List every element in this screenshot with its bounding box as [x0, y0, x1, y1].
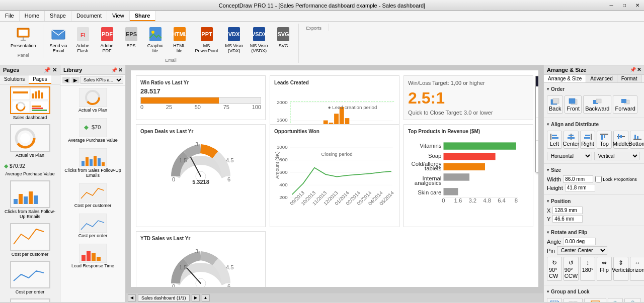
- menu-show-values[interactable]: Show Column Values: [536, 152, 538, 162]
- menu-refresh[interactable]: Refresh: [536, 107, 538, 117]
- backward-button[interactable]: Backward: [583, 95, 611, 114]
- x-input[interactable]: [552, 207, 583, 214]
- align-right-button[interactable]: Right: [580, 131, 595, 149]
- horizontal-dropdown[interactable]: Horizontal: [547, 152, 592, 160]
- tab-advanced[interactable]: Advanced: [586, 75, 617, 82]
- tab-file[interactable]: File: [0, 11, 20, 21]
- arrange-close-icon[interactable]: ✕: [637, 67, 641, 73]
- visio-vdx-button[interactable]: VDX MS Visio(VDX): [223, 24, 246, 56]
- open-deals-card[interactable]: Open Deals vs Last Yr: [136, 124, 266, 227]
- tab-shape[interactable]: Shape: [45, 11, 71, 21]
- ungroup-button[interactable]: UnGroup: [564, 298, 583, 302]
- minimize-button[interactable]: ─: [605, 0, 618, 11]
- height-input[interactable]: [565, 184, 595, 191]
- pages-tab[interactable]: Pages: [29, 75, 51, 84]
- library-next-button[interactable]: ▶: [71, 77, 79, 83]
- library-item-clicks[interactable]: Clicks from Sales Follow-Up Emails: [62, 148, 123, 178]
- flip-horizontal-button[interactable]: ↔ Horizonta: [630, 257, 644, 281]
- page-item-cost-customer[interactable]: Cost per customer: [2, 223, 58, 257]
- tab-arrange-size[interactable]: Arrange & Size: [544, 75, 586, 82]
- tab-document[interactable]: Document: [71, 11, 107, 21]
- back-button[interactable]: Back: [547, 95, 563, 114]
- rotate-90cw-button[interactable]: ↻ 90° CW: [547, 257, 562, 281]
- menu-hide-axis[interactable]: Hide Value Axis: [536, 162, 538, 172]
- angle-input[interactable]: [563, 238, 596, 245]
- top-products-card[interactable]: Top Products in Revenue ($M) Vitamins So…: [404, 124, 533, 227]
- align-middle-button[interactable]: Middle: [613, 131, 628, 149]
- svg-button[interactable]: SVG SVG: [272, 24, 294, 56]
- library-item-avg-purchase[interactable]: ◆ $70 Average Purchase Value: [62, 118, 123, 143]
- align-left-button[interactable]: Left: [547, 131, 562, 149]
- close-button[interactable]: ✕: [631, 0, 644, 11]
- forward-button[interactable]: Forward: [613, 95, 637, 114]
- pin-dropdown[interactable]: Center-Center: [557, 246, 607, 255]
- win-ratio-card[interactable]: Win Ratio vs Last Yr 28.517 0255075100: [136, 75, 266, 120]
- scroll-left-button[interactable]: ◀: [128, 294, 136, 301]
- sales-ratios-card[interactable]: Win/Loss Target: 1,00 or higher 2.5:1 Qu…: [404, 75, 533, 120]
- flip-button[interactable]: ⇔ Flip: [597, 257, 612, 281]
- group-section-header[interactable]: Group and Lock: [547, 287, 641, 296]
- unlock-button[interactable]: 🔓 UnLock: [624, 298, 641, 302]
- menu-horiz-labels[interactable]: Horizontal Category Labels: [536, 142, 538, 152]
- ytd-sales-card[interactable]: YTD Sales vs Last Yr: [136, 231, 266, 287]
- page-item-actual[interactable]: Actual vs Plan: [2, 124, 58, 158]
- rotate-180-button[interactable]: ↕ 180°: [580, 257, 595, 281]
- page-item-sales-dashboard[interactable]: Sales dashboard: [2, 86, 58, 120]
- opportunities-won-card[interactable]: Opportunities Won 1000 800 600 400 200: [270, 124, 399, 227]
- order-section-header[interactable]: Order: [547, 85, 641, 93]
- graphic-file-button[interactable]: Graphicfile: [144, 24, 167, 56]
- tab-share[interactable]: Share: [130, 11, 156, 21]
- tab-view[interactable]: View: [107, 11, 130, 21]
- y-input[interactable]: [552, 215, 583, 223]
- library-item-cost-order[interactable]: Cost per order: [62, 213, 123, 238]
- library-pin-icon[interactable]: 📌: [111, 67, 117, 73]
- visio-vsdx-button[interactable]: VSDX MS Visio(VSDX): [248, 24, 270, 56]
- library-close-icon[interactable]: ✕: [118, 67, 122, 73]
- arrange-pin-icon[interactable]: 📌: [630, 67, 636, 73]
- lock-proportions-checkbox[interactable]: [595, 176, 602, 182]
- width-input[interactable]: [563, 175, 593, 183]
- library-item-cost-customer[interactable]: Cost per customer: [62, 183, 123, 208]
- menu-auto-recalc[interactable]: Automatically Recalc Ruler: [536, 119, 538, 129]
- align-section-header[interactable]: Align and Distribute: [547, 120, 641, 129]
- solutions-tab[interactable]: Solutions: [0, 75, 29, 84]
- rotate-90ccw-button[interactable]: ↺ 90° CCW: [564, 257, 579, 281]
- align-top-button[interactable]: Top: [597, 131, 612, 149]
- group-button[interactable]: Group: [547, 298, 562, 302]
- tab-home[interactable]: Home: [20, 11, 45, 21]
- library-item-lead-response[interactable]: Lead Response Time: [62, 243, 123, 268]
- menu-edit-datasource[interactable]: Edit Data Source file: [536, 96, 538, 107]
- front-button[interactable]: Front: [565, 95, 582, 114]
- library-prev-button[interactable]: ◀: [62, 77, 70, 83]
- maximize-button[interactable]: □: [618, 0, 631, 11]
- canvas[interactable]: Win Ratio vs Last Yr 28.517 0255075100 L…: [131, 70, 538, 287]
- presentation-button[interactable]: Presentation: [8, 24, 39, 51]
- eps-button[interactable]: EPS EPS: [120, 24, 142, 56]
- scroll-right-button[interactable]: ▶: [192, 294, 200, 301]
- page-item-cost-order[interactable]: Cost per order: [2, 261, 58, 294]
- library-item-actual[interactable]: Actual vs Plan: [62, 87, 123, 113]
- page-item-lead-response[interactable]: Lead Response Time: [2, 298, 58, 302]
- canvas-area[interactable]: Win Ratio vs Last Yr 28.517 0255075100 L…: [126, 65, 543, 302]
- library-dropdown[interactable]: Sales KPIs a...: [80, 76, 123, 84]
- adobe-pdf-button[interactable]: PDF AdobePDF: [96, 24, 118, 56]
- close-panel-icon[interactable]: ✕: [52, 67, 57, 73]
- edit-group-button[interactable]: ✏ Edit Group: [584, 298, 606, 302]
- page-item-avg-purchase[interactable]: Average Purchase Value: [2, 170, 58, 176]
- position-section-header[interactable]: Position: [547, 197, 641, 206]
- align-center-button[interactable]: Center: [564, 131, 579, 149]
- lock-button[interactable]: 🔒 Lock: [608, 298, 623, 302]
- scroll-up-button[interactable]: ▲: [202, 294, 210, 301]
- size-section-header[interactable]: Size: [547, 166, 641, 174]
- adobe-flash-button[interactable]: Fl AdobeFlash: [72, 24, 94, 56]
- vertical-dropdown[interactable]: Vertical: [594, 152, 639, 160]
- tab-format[interactable]: Format: [617, 75, 642, 82]
- menu-change-datasource[interactable]: Change Data Source: [536, 86, 538, 96]
- html-button[interactable]: HTML HTMLfile: [169, 24, 191, 56]
- align-bottom-button[interactable]: Bottom: [630, 131, 644, 149]
- page-item-clicks[interactable]: Clicks from Sales Follow-Up Emails: [2, 180, 58, 219]
- send-email-button[interactable]: Send viaEmail: [47, 24, 70, 56]
- powerpoint-button[interactable]: PPT MSPowerPoint: [193, 24, 221, 56]
- pin-icon[interactable]: 📌: [44, 67, 51, 73]
- rotate-section-header[interactable]: Rotate and Flip: [547, 228, 641, 237]
